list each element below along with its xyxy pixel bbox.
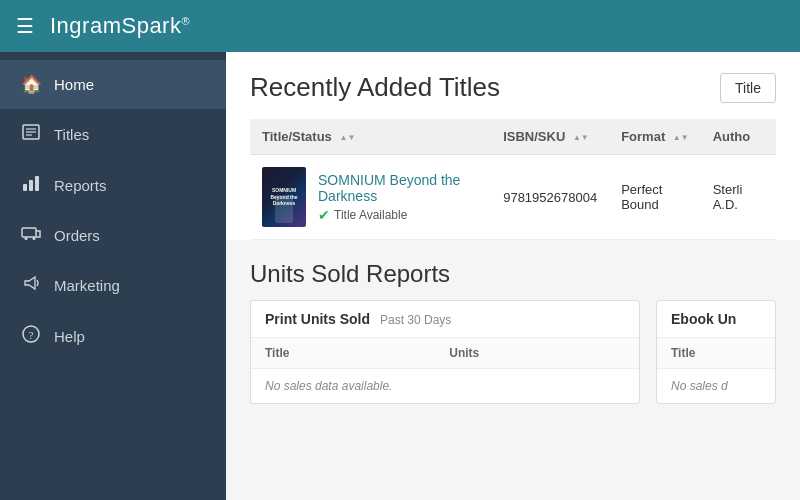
print-col-units: Units xyxy=(435,338,639,369)
svg-rect-6 xyxy=(35,176,39,191)
sidebar-label-help: Help xyxy=(54,328,85,345)
ebook-empty-message: No sales d xyxy=(657,369,775,404)
svg-rect-5 xyxy=(29,180,33,191)
book-cover: SOMNIUMBeyond theDarkness xyxy=(262,167,306,227)
book-title-link[interactable]: SOMNIUM Beyond the Darkness xyxy=(318,172,479,204)
content-area: Recently Added Titles Title Title/Status… xyxy=(226,52,800,500)
print-units-panel: Print Units Sold Past 30 Days Title Unit… xyxy=(250,300,640,404)
col-isbn: ISBN/SKU ▲▼ xyxy=(491,119,609,155)
recently-added-title: Recently Added Titles xyxy=(250,72,500,103)
col-format: Format ▲▼ xyxy=(609,119,701,155)
sidebar-item-orders[interactable]: Orders xyxy=(0,211,226,260)
status-check-icon: ✔ xyxy=(318,207,330,223)
recently-added-table: Title/Status ▲▼ ISBN/SKU ▲▼ Format ▲▼ xyxy=(250,119,776,240)
ebook-empty-row: No sales d xyxy=(657,369,775,404)
table-row: SOMNIUMBeyond theDarkness SOMNIUM Beyond… xyxy=(250,155,776,240)
svg-point-8 xyxy=(25,237,28,240)
home-icon: 🏠 xyxy=(20,74,42,95)
ebook-units-title: Ebook Un xyxy=(671,311,736,327)
orders-icon xyxy=(20,225,42,246)
units-sold-section: Units Sold Reports Print Units Sold Past… xyxy=(226,240,800,404)
print-units-title: Print Units Sold xyxy=(265,311,370,327)
main-layout: 🏠 Home Titles Report xyxy=(0,52,800,500)
sidebar-item-home[interactable]: 🏠 Home xyxy=(0,60,226,109)
book-isbn: 9781952678004 xyxy=(491,155,609,240)
marketing-icon xyxy=(20,274,42,297)
print-units-header: Print Units Sold Past 30 Days xyxy=(251,301,639,338)
ebook-units-panel: Ebook Un Title No sales d xyxy=(656,300,776,404)
hamburger-icon[interactable]: ☰ xyxy=(16,14,34,38)
app-logo: IngramSpark® xyxy=(50,13,190,39)
sidebar: 🏠 Home Titles Report xyxy=(0,52,226,500)
sidebar-label-titles: Titles xyxy=(54,126,89,143)
print-empty-message: No sales data available. xyxy=(251,369,639,404)
sidebar-label-home: Home xyxy=(54,76,94,93)
units-sold-title: Units Sold Reports xyxy=(250,260,776,288)
col-author: Autho xyxy=(701,119,776,155)
sidebar-item-titles[interactable]: Titles xyxy=(0,109,226,160)
book-status: ✔ Title Available xyxy=(318,207,479,223)
sidebar-item-reports[interactable]: Reports xyxy=(0,160,226,211)
sort-arrows-isbn[interactable]: ▲▼ xyxy=(573,134,589,142)
recently-added-section: Recently Added Titles Title Title/Status… xyxy=(226,52,800,240)
units-panels: Print Units Sold Past 30 Days Title Unit… xyxy=(250,300,776,404)
book-author: Sterli A.D. xyxy=(701,155,776,240)
sort-arrows-title[interactable]: ▲▼ xyxy=(339,134,355,142)
svg-rect-7 xyxy=(22,228,36,237)
book-format: Perfect Bound xyxy=(609,155,701,240)
sidebar-label-orders: Orders xyxy=(54,227,100,244)
ebook-col-title: Title xyxy=(657,338,775,369)
svg-point-9 xyxy=(33,237,36,240)
svg-rect-4 xyxy=(23,184,27,191)
reports-icon xyxy=(20,174,42,197)
help-icon: ? xyxy=(20,325,42,348)
print-units-table: Title Units No sales data available. xyxy=(251,338,639,403)
print-units-subtitle: Past 30 Days xyxy=(380,313,451,327)
sidebar-item-help[interactable]: ? Help xyxy=(0,311,226,362)
sort-arrows-format[interactable]: ▲▼ xyxy=(673,134,689,142)
svg-text:?: ? xyxy=(29,329,34,341)
sidebar-label-reports: Reports xyxy=(54,177,107,194)
recently-added-header: Recently Added Titles Title xyxy=(250,72,776,103)
sidebar-item-marketing[interactable]: Marketing xyxy=(0,260,226,311)
table-header-row: Title/Status ▲▼ ISBN/SKU ▲▼ Format ▲▼ xyxy=(250,119,776,155)
book-title-cell: SOMNIUMBeyond theDarkness SOMNIUM Beyond… xyxy=(250,155,491,240)
sidebar-label-marketing: Marketing xyxy=(54,277,120,294)
print-empty-row: No sales data available. xyxy=(251,369,639,404)
titles-icon xyxy=(20,123,42,146)
print-col-title: Title xyxy=(251,338,435,369)
col-title-status: Title/Status ▲▼ xyxy=(250,119,491,155)
ebook-units-header: Ebook Un xyxy=(657,301,775,338)
title-filter-button[interactable]: Title xyxy=(720,73,776,103)
app-header: ☰ IngramSpark® xyxy=(0,0,800,52)
ebook-units-table: Title No sales d xyxy=(657,338,775,403)
